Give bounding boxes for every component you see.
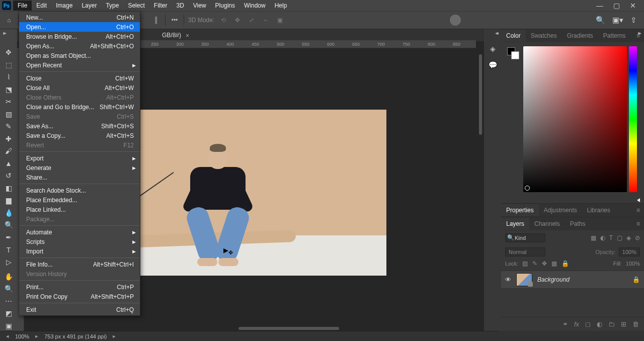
file-menu-export[interactable]: Export▶	[19, 153, 140, 163]
file-menu-new[interactable]: New...Ctrl+N	[19, 13, 140, 22]
tab-paths[interactable]: Paths	[565, 218, 591, 230]
lock-transparency-icon[interactable]: ▨	[522, 260, 528, 267]
zoom-level[interactable]: 100%	[15, 333, 29, 339]
file-menu-open-as[interactable]: Open As...Alt+Shift+Ctrl+O	[19, 41, 140, 51]
tab-channels[interactable]: Channels	[529, 218, 565, 230]
file-menu-close-and-go-to-bridge[interactable]: Close and Go to Bridge...Shift+Ctrl+W	[19, 102, 140, 112]
home-icon[interactable]: ⌂	[4, 15, 14, 25]
tab-layers[interactable]: Layers	[501, 218, 529, 230]
filter-toggle-icon[interactable]: ⊘	[635, 234, 640, 241]
tab-swatches[interactable]: Swatches	[526, 30, 562, 42]
share-icon[interactable]: ⇪	[630, 16, 637, 25]
3d-pan-icon[interactable]: ✥	[232, 15, 243, 25]
collapse-left-icon[interactable]: ▸▸	[3, 30, 5, 36]
layer-style-icon[interactable]: fx	[574, 320, 579, 328]
healing-brush-tool[interactable]: ✚	[2, 134, 16, 144]
gradient-tool[interactable]: ▆	[2, 195, 16, 206]
eyedropper-tool[interactable]: ✎	[2, 121, 16, 132]
edit-toolbar-icon[interactable]: ⋯	[2, 296, 16, 306]
menu-view[interactable]: View	[189, 1, 211, 11]
panel-menu-icon[interactable]: ≡	[636, 220, 644, 227]
link-layers-icon[interactable]: ⚭	[562, 320, 568, 328]
file-menu-browse-in-bridge[interactable]: Browse in Bridge...Alt+Ctrl+O	[19, 32, 140, 41]
blur-tool[interactable]: 💧	[2, 208, 16, 218]
lasso-tool[interactable]: ⌇	[2, 72, 16, 82]
close-tab-icon[interactable]: ×	[186, 32, 189, 39]
status-info-icon[interactable]: ▸	[111, 333, 118, 339]
3d-orbit-icon[interactable]: ⟲	[218, 15, 228, 25]
dodge-tool[interactable]: 🔍	[2, 220, 16, 230]
menu-image[interactable]: Image	[51, 1, 77, 11]
visibility-eye-icon[interactable]: 👁	[505, 276, 511, 283]
file-menu-search-adobe-stock[interactable]: Search Adobe Stock...	[19, 186, 140, 195]
file-menu-open[interactable]: Open...Ctrl+O	[19, 22, 140, 32]
frame-tool[interactable]: ▧	[2, 109, 16, 120]
menu-edit[interactable]: Edit	[32, 1, 51, 11]
3d-slide-icon[interactable]: ↔	[261, 15, 271, 25]
menu-help[interactable]: Help	[270, 1, 292, 11]
menu-plugins[interactable]: Plugins	[211, 1, 239, 11]
quick-mask-icon[interactable]: ▣	[2, 320, 16, 331]
file-menu-place-embedded[interactable]: Place Embedded...	[19, 195, 140, 205]
adjustment-layer-icon[interactable]: ◐	[597, 320, 602, 328]
rectangular-marquee-tool[interactable]: ⬚	[2, 60, 16, 70]
file-menu-place-linked[interactable]: Place Linked...	[19, 205, 140, 214]
file-menu-save-as[interactable]: Save As...Shift+Ctrl+S	[19, 121, 140, 131]
menu-layer[interactable]: Layer	[77, 1, 101, 11]
history-brush-tool[interactable]: ↺	[2, 170, 16, 181]
lock-artboard-icon[interactable]: ▦	[551, 260, 557, 267]
menu-3d[interactable]: 3D	[172, 1, 188, 11]
layer-mask-icon[interactable]: ◻	[585, 320, 591, 328]
file-menu-close[interactable]: CloseCtrl+W	[19, 73, 140, 83]
layer-thumbnail[interactable]	[516, 273, 532, 286]
group-layers-icon[interactable]: 🗀	[608, 320, 615, 328]
filter-shape-icon[interactable]: ▢	[617, 234, 622, 241]
menu-file[interactable]: File	[13, 1, 32, 11]
file-menu-open-as-smart-object[interactable]: Open as Smart Object...	[19, 51, 140, 60]
lock-pixels-icon[interactable]: ✎	[532, 260, 537, 267]
move-tool[interactable]: ✥	[2, 47, 16, 58]
file-menu-automate[interactable]: Automate▶	[19, 227, 140, 237]
horizontal-scrollbar[interactable]	[238, 327, 339, 330]
workspace-switcher-icon[interactable]: ▣▾	[612, 16, 623, 25]
maximize-button[interactable]: ▢	[613, 2, 620, 10]
new-layer-icon[interactable]: ⊞	[621, 320, 626, 328]
clone-stamp-tool[interactable]: ▲	[2, 158, 16, 169]
tab-libraries[interactable]: Libraries	[582, 204, 615, 216]
eraser-tool[interactable]: ◧	[2, 183, 16, 194]
blend-mode-dropdown[interactable]: Normal	[505, 247, 545, 257]
layer-row-background[interactable]: 👁 Background 🔒	[501, 271, 644, 289]
file-menu-close-all[interactable]: Close AllAlt+Ctrl+W	[19, 83, 140, 93]
document-tab[interactable]: GB/8#) ×	[158, 30, 192, 41]
history-panel-icon[interactable]: ◈	[487, 43, 498, 54]
status-next-icon[interactable]: ▸	[33, 333, 40, 339]
collapse-dock-icon[interactable]: ◂◂	[495, 30, 497, 36]
zoom-tool[interactable]: 🔍	[2, 284, 16, 294]
layer-locked-icon[interactable]: 🔒	[632, 276, 640, 283]
type-tool[interactable]: T	[2, 244, 16, 255]
object-selection-tool[interactable]: ⬔	[2, 84, 16, 95]
tab-properties[interactable]: Properties	[501, 204, 539, 216]
file-menu-generate[interactable]: Generate▶	[19, 163, 140, 173]
filter-pixel-icon[interactable]: ▦	[591, 234, 596, 241]
vertical-scrollbar[interactable]	[479, 54, 482, 135]
file-menu-share[interactable]: Share...	[19, 173, 140, 182]
hue-slider[interactable]	[629, 46, 637, 192]
file-menu-scripts[interactable]: Scripts▶	[19, 237, 140, 246]
menu-filter[interactable]: Filter	[149, 1, 172, 11]
panel-menu-icon[interactable]: ≡	[636, 207, 644, 214]
menu-select[interactable]: Select	[123, 1, 149, 11]
filter-adjustment-icon[interactable]: ◐	[600, 234, 605, 241]
comments-panel-icon[interactable]: 💬	[487, 59, 498, 70]
menu-window[interactable]: Window	[239, 1, 270, 11]
minimize-button[interactable]: —	[596, 2, 603, 10]
tab-gradients[interactable]: Gradients	[562, 30, 598, 42]
hand-tool[interactable]: ✋	[2, 271, 16, 282]
foreground-background-colors[interactable]: ◩	[2, 308, 16, 319]
file-menu-print-one-copy[interactable]: Print One CopyAlt+Shift+Ctrl+P	[19, 292, 140, 301]
fill-value[interactable]: 100%	[626, 261, 640, 267]
tab-adjustments[interactable]: Adjustments	[539, 204, 582, 216]
path-selection-tool[interactable]: ▷	[2, 257, 16, 268]
menu-type[interactable]: Type	[101, 1, 123, 11]
file-menu-save-a-copy[interactable]: Save a Copy...Alt+Ctrl+S	[19, 131, 140, 140]
